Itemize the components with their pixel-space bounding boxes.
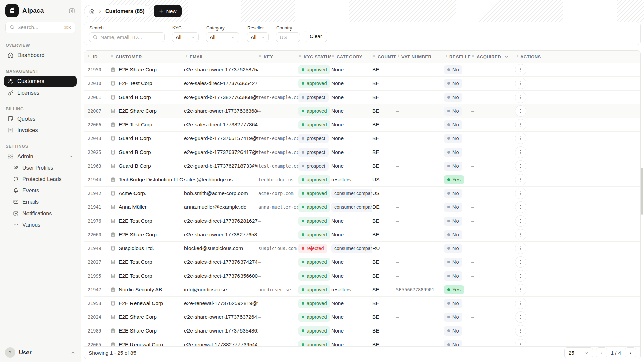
table-row[interactable]: 22066 E2E Test Corp e2e-sales-direct-177… (84, 118, 640, 132)
row-actions-button[interactable] (515, 311, 526, 323)
row-actions-button[interactable] (515, 339, 526, 346)
sidebar-item-protected-leads[interactable]: Protected Leads (4, 174, 77, 185)
row-actions-button[interactable] (515, 188, 526, 199)
sidebar-collapse-icon[interactable] (68, 7, 75, 14)
sidebar-item-various[interactable]: Various (4, 219, 77, 230)
sidebar-item-licenses[interactable]: Licenses (4, 87, 77, 98)
table-row[interactable]: 22024 E2E Share Corp e2e-share-owner-177… (84, 310, 640, 324)
next-page-button[interactable] (625, 347, 636, 358)
row-actions-button[interactable] (515, 174, 526, 185)
home-icon[interactable] (89, 8, 95, 14)
column-header-actions[interactable]: ACTIONS (515, 54, 636, 59)
table-row[interactable]: 21995 E2E Test Corp e2e-sales-direct-177… (84, 269, 640, 283)
table-row[interactable]: 22007 E2E Share Corp e2e-share-owner-177… (84, 104, 640, 118)
cell-email: blocked@suspicious.com (184, 245, 258, 251)
table-row[interactable]: 22065 E2E Renewal Corp e2e-renewal-17738… (84, 338, 640, 346)
row-actions-button[interactable] (515, 256, 526, 268)
sidebar-item-notifications[interactable]: Notifications (4, 208, 77, 219)
row-actions-button[interactable] (515, 325, 526, 337)
sidebar-section-overview: OVERVIEW Dashboard (0, 38, 81, 64)
sidebar-item-customers[interactable]: Customers (4, 76, 77, 87)
sidebar-search[interactable]: ⌘K (5, 22, 75, 33)
reseller-badge: No (444, 79, 462, 88)
clear-filters-button[interactable]: Clear (305, 31, 327, 42)
sidebar-item-invoices[interactable]: Invoices (4, 125, 77, 136)
kyc-select[interactable]: All (172, 32, 199, 42)
cell-customer: E2E Renewal Corp (110, 342, 184, 346)
table-row[interactable]: 21976 E2E Test Corp e2e-sales-direct-177… (84, 214, 640, 228)
row-actions-button[interactable] (515, 298, 526, 309)
prev-page-button[interactable] (596, 347, 607, 358)
row-actions-button[interactable] (515, 243, 526, 254)
country-input[interactable] (280, 34, 296, 40)
column-header-vat-number[interactable]: VAT NUMBER (396, 54, 444, 59)
table-row[interactable]: 21947 Nordic Security AB info@nordicsec.… (84, 283, 640, 297)
table-row[interactable]: 21944 TechBridge Distribution LLC sales@… (84, 173, 640, 187)
cell-actions (515, 146, 636, 158)
table-row[interactable]: 22061 Guard B Corp e2e-guard-b-177382776… (84, 90, 640, 104)
column-header-email[interactable]: EMAIL (184, 54, 258, 59)
row-actions-button[interactable] (515, 78, 526, 89)
table-row[interactable]: 21953 E2E Renewal Corp e2e-renewal-17737… (84, 297, 640, 310)
column-header-category[interactable]: CATEGORY (331, 54, 372, 59)
table-row[interactable]: 21949 Suspicious Ltd. blocked@suspicious… (84, 242, 640, 255)
cell-reseller: No (444, 326, 471, 336)
cell-customer: E2E Renewal Corp (110, 300, 184, 306)
kyc-status-badge: prospect (298, 148, 329, 157)
column-header-key[interactable]: KEY (258, 54, 298, 59)
row-actions-button[interactable] (515, 160, 526, 172)
table-row[interactable]: 22043 Guard B Corp e2e-guard-b-177376515… (84, 132, 640, 145)
sidebar-item-user-profiles[interactable]: User Profiles (4, 162, 77, 173)
kyc-status-badge: approved (298, 230, 330, 239)
table-row[interactable]: 21941 Anna Müller anna.mueller@example.d… (84, 200, 640, 214)
row-actions-button[interactable] (515, 284, 526, 295)
filter-search-field[interactable] (89, 32, 165, 42)
row-actions-button[interactable] (515, 119, 526, 130)
column-header-country[interactable]: COUNTRY (372, 54, 396, 59)
table-row[interactable]: 22010 E2E Test Corp e2e-sales-direct-177… (84, 77, 640, 90)
row-actions-button[interactable] (515, 105, 526, 117)
table-row[interactable]: 22027 E2E Test Corp e2e-sales-direct-177… (84, 255, 640, 269)
cell-reseller: No (444, 189, 471, 198)
table-row[interactable]: 21963 Guard B Corp e2e-guard-b-177376271… (84, 159, 640, 173)
row-actions-button[interactable] (515, 133, 526, 144)
plus-icon (159, 9, 164, 14)
drag-handle-icon (331, 54, 335, 59)
row-actions-button[interactable] (515, 270, 526, 282)
row-actions-button[interactable] (515, 229, 526, 240)
row-actions-button[interactable] (515, 92, 526, 103)
cell-reseller: No (444, 162, 471, 171)
sidebar-item-admin[interactable]: Admin (4, 151, 77, 162)
row-actions-button[interactable] (515, 64, 526, 75)
row-actions-button[interactable] (515, 215, 526, 227)
row-actions-button[interactable] (515, 201, 526, 213)
column-header-acquired[interactable]: ACQUIRED (471, 54, 515, 59)
search-input[interactable] (17, 24, 61, 31)
table-row[interactable]: 21950 E2E Share Corp e2e-share-owner-177… (84, 63, 640, 77)
column-header-reseller[interactable]: RESELLER (444, 54, 471, 59)
country-field[interactable] (276, 32, 300, 42)
cell-vat-number: – (396, 94, 444, 100)
column-header-kyc-status[interactable]: KYC STATUS (298, 54, 331, 59)
sidebar-item-quotes[interactable]: Quotes (4, 113, 77, 124)
page-size-select[interactable]: 25 (564, 347, 593, 358)
table-row[interactable]: 21942 Acme Corp. bob.smith@acme-corp.com… (84, 187, 640, 200)
reseller-select[interactable]: All (247, 32, 269, 42)
sidebar-item-events[interactable]: Events (4, 185, 77, 196)
table-row[interactable]: 22060 E2E Share Corp e2e-share-owner-177… (84, 228, 640, 242)
sidebar-item-emails[interactable]: Emails (4, 196, 77, 207)
column-header-id[interactable]: ID (88, 54, 110, 59)
category-select[interactable]: All (206, 32, 239, 42)
column-header-customer[interactable]: CUSTOMER (110, 54, 184, 59)
sidebar-item-dashboard[interactable]: Dashboard (4, 50, 77, 61)
main-content: Customers (85) New Search KYC All (81, 0, 644, 362)
filter-search-input[interactable] (100, 34, 161, 40)
table-row[interactable]: 22025 Guard B Corp e2e-guard-b-177376372… (84, 145, 640, 159)
page-scrollbar-thumb[interactable] (641, 168, 643, 215)
table-row[interactable]: 21989 E2E Share Corp e2e-share-owner-177… (84, 324, 640, 338)
row-actions-button[interactable] (515, 146, 526, 158)
cell-key: acme-corp.com (258, 190, 298, 196)
user-menu[interactable]: ? User (0, 343, 81, 362)
cell-category: None (331, 163, 372, 169)
new-customer-button[interactable]: New (154, 5, 181, 17)
